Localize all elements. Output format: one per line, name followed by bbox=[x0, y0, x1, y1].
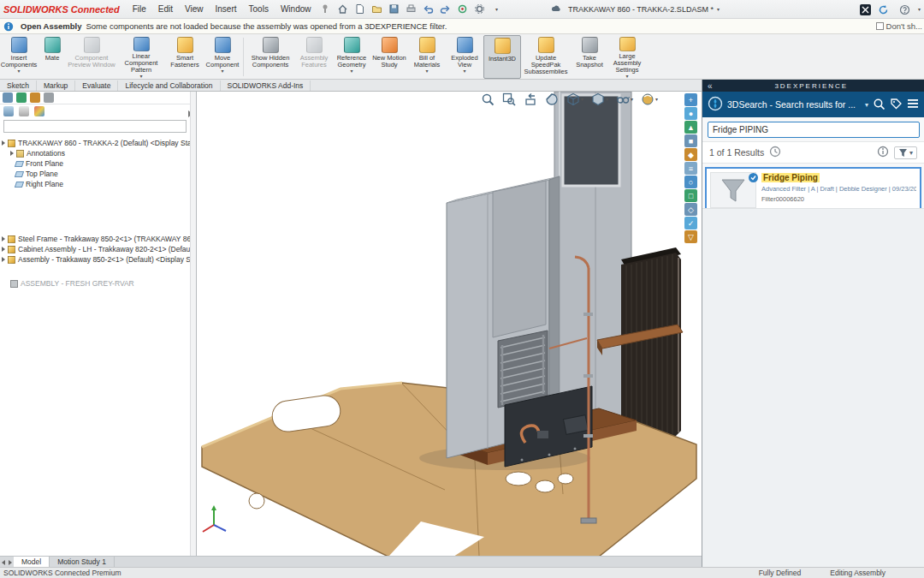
search-input[interactable] bbox=[708, 122, 920, 138]
rebuild-icon[interactable] bbox=[455, 3, 469, 16]
mass-properties-icon[interactable]: ■ bbox=[684, 134, 697, 147]
dont-show-checkbox[interactable] bbox=[876, 22, 884, 30]
previous-view-icon[interactable] bbox=[524, 92, 537, 106]
exploded-view-button[interactable]: Exploded View ▾ bbox=[446, 35, 483, 79]
result-title[interactable]: Fridge Piping bbox=[761, 173, 820, 182]
tab-sketch[interactable]: Sketch bbox=[0, 80, 37, 91]
update-speedpak-button[interactable]: Update SpeedPak Subassemblies bbox=[521, 35, 571, 79]
add-comment-icon[interactable]: + bbox=[684, 93, 697, 106]
featuremanager-tree-tab-icon[interactable] bbox=[3, 92, 13, 103]
camera-icon[interactable]: ○ bbox=[684, 176, 697, 188]
compass-icon[interactable] bbox=[708, 96, 723, 113]
tree-item-root[interactable]: TRAKKAWAY 860 - TRAKKA-2 (Default) <Disp… bbox=[2, 138, 196, 148]
search-scope-caret-icon[interactable]: ▾ bbox=[865, 101, 868, 109]
pin-menu-icon[interactable] bbox=[318, 3, 332, 16]
instant3d-button[interactable]: Instant3D bbox=[483, 35, 521, 79]
tree-item-cabinet-assembly[interactable]: Cabinet Assembly - LH - Trakkaway 820-2<… bbox=[2, 244, 196, 254]
bill-of-materials-button[interactable]: Bill of Materials ▾ bbox=[408, 35, 446, 79]
new-motion-study-button[interactable]: New Motion Study bbox=[370, 35, 408, 79]
menu-window[interactable]: Window bbox=[275, 4, 317, 14]
smart-fasteners-button[interactable]: Smart Fasteners bbox=[166, 35, 204, 79]
tree-item-steel-frame[interactable]: Steel Frame - Trakkaway 850-2<1> (TRAKKA… bbox=[2, 234, 196, 244]
history-clock-icon[interactable] bbox=[769, 146, 781, 159]
expand-arrow-icon[interactable] bbox=[2, 236, 5, 241]
document-title-caret-icon[interactable]: ▾ bbox=[717, 7, 720, 12]
linear-component-pattern-button[interactable]: Linear Component Pattern ▾ bbox=[116, 35, 166, 79]
filter-sort-button[interactable]: ▾ bbox=[894, 146, 917, 159]
dropdown-caret-icon[interactable]: ▾ bbox=[489, 3, 503, 16]
tree-scrollbar[interactable] bbox=[190, 92, 196, 556]
tree-item-front-plane[interactable]: Front Plane bbox=[2, 158, 196, 169]
tree-item-fresh-grey[interactable]: ASSEMBLY - FRESH GREY-RVAR bbox=[2, 278, 196, 289]
assembly-features-button[interactable]: Assembly Features bbox=[295, 35, 333, 79]
search-scope-label[interactable]: 3DSearch - Search results for ... bbox=[727, 99, 861, 110]
dimxpertmanager-tab-icon[interactable] bbox=[44, 92, 54, 103]
tab-solidworks-addins[interactable]: SOLIDWORKS Add-Ins bbox=[221, 80, 311, 91]
panel-menu-icon[interactable] bbox=[907, 98, 919, 110]
menu-file[interactable]: File bbox=[127, 4, 152, 14]
view-orientation-icon[interactable]: ▾ bbox=[566, 92, 583, 106]
zoom-fit-icon[interactable] bbox=[481, 92, 495, 106]
tab-model[interactable]: Model bbox=[14, 557, 50, 567]
check-icon[interactable]: ✓ bbox=[684, 217, 697, 229]
sensors-icon[interactable]: ◆ bbox=[684, 148, 697, 161]
expand-arrow-icon[interactable] bbox=[2, 140, 5, 146]
tree-item-right-plane[interactable]: Right Plane bbox=[2, 179, 196, 189]
sync-icon[interactable] bbox=[877, 3, 891, 16]
tree-item-assembly[interactable]: Assembly - Trakkaway 850-2<1> (Default) … bbox=[2, 254, 196, 265]
markup-icon[interactable]: ● bbox=[684, 107, 697, 120]
tab-motion-study-1[interactable]: Motion Study 1 bbox=[50, 557, 115, 567]
zoom-area-icon[interactable] bbox=[502, 92, 516, 106]
expand-arrow-icon[interactable] bbox=[10, 151, 14, 156]
help-icon[interactable] bbox=[898, 3, 912, 16]
component-preview-window-button[interactable]: Component Preview Window bbox=[67, 35, 116, 79]
tab-evaluate[interactable]: Evaluate bbox=[75, 80, 118, 91]
open-folder-icon[interactable] bbox=[370, 3, 383, 16]
move-component-button[interactable]: Move Component ▾ bbox=[204, 35, 241, 79]
expand-arrow-icon[interactable] bbox=[2, 247, 5, 252]
menu-insert[interactable]: Insert bbox=[210, 4, 243, 14]
propertymanager-tab-icon[interactable] bbox=[16, 92, 27, 103]
mate-button[interactable]: Mate bbox=[38, 35, 67, 79]
lighting-icon[interactable]: □ bbox=[684, 189, 697, 202]
search-icon[interactable] bbox=[873, 98, 886, 112]
save-icon[interactable] bbox=[387, 3, 400, 16]
layers-icon[interactable]: ≡ bbox=[684, 162, 697, 175]
tab-scroll-left-icon[interactable] bbox=[2, 560, 5, 565]
measure-icon[interactable]: ▲ bbox=[684, 121, 697, 134]
tree-filter-icon[interactable] bbox=[3, 106, 14, 116]
redo-icon[interactable] bbox=[438, 3, 452, 16]
tab-scroll-right-icon[interactable] bbox=[9, 560, 12, 565]
options-gear-icon[interactable] bbox=[472, 3, 486, 16]
tree-item-annotations[interactable]: Annotations bbox=[2, 148, 196, 158]
tree-item-top-plane[interactable]: Top Plane bbox=[2, 169, 196, 179]
display-style-icon[interactable]: ▾ bbox=[591, 92, 608, 106]
large-assembly-settings-button[interactable]: Large Assembly Settings ▾ bbox=[608, 35, 646, 79]
hide-show-items-icon[interactable]: ▾ bbox=[616, 92, 633, 106]
edit-appearance-icon[interactable]: ▾ bbox=[641, 92, 658, 106]
title-bar-caret-icon[interactable]: ▾ bbox=[918, 7, 921, 12]
tab-lifecycle-collaboration[interactable]: Lifecycle and Collaboration bbox=[118, 80, 220, 91]
graphics-viewport[interactable]: ▾ ▾ ▾ ▾ + ● ▲ ■ ◆ ≡ ○ □ ◇ bbox=[197, 92, 702, 556]
configurationmanager-tab-icon[interactable] bbox=[30, 92, 40, 103]
insert-components-button[interactable]: Insert Components ▾ bbox=[0, 35, 38, 79]
take-snapshot-button[interactable]: Take Snapshot bbox=[571, 35, 608, 79]
tag-icon[interactable] bbox=[890, 98, 903, 112]
undo-icon[interactable] bbox=[421, 3, 435, 16]
expand-collapse-icon[interactable] bbox=[19, 106, 29, 116]
section-view-icon[interactable] bbox=[545, 92, 559, 106]
tab-markup[interactable]: Markup bbox=[37, 80, 75, 91]
scene-icon[interactable]: ◇ bbox=[684, 203, 697, 216]
print-icon[interactable] bbox=[404, 3, 418, 16]
collapse-panel-icon[interactable]: « bbox=[702, 81, 718, 91]
new-document-icon[interactable] bbox=[352, 3, 366, 16]
search-result-card[interactable]: Fridge Piping Advanced Filter | A | Draf… bbox=[705, 167, 921, 213]
dont-show-option[interactable]: Don't sh... bbox=[876, 21, 922, 31]
display-pane-icon[interactable] bbox=[34, 106, 44, 116]
tree-filter-box[interactable] bbox=[3, 120, 187, 133]
menu-tools[interactable]: Tools bbox=[243, 4, 275, 14]
menu-edit[interactable]: Edit bbox=[152, 4, 179, 14]
reference-geometry-button[interactable]: Reference Geometry ▾ bbox=[333, 35, 370, 79]
menu-view[interactable]: View bbox=[179, 4, 210, 14]
info-icon[interactable] bbox=[877, 146, 889, 159]
